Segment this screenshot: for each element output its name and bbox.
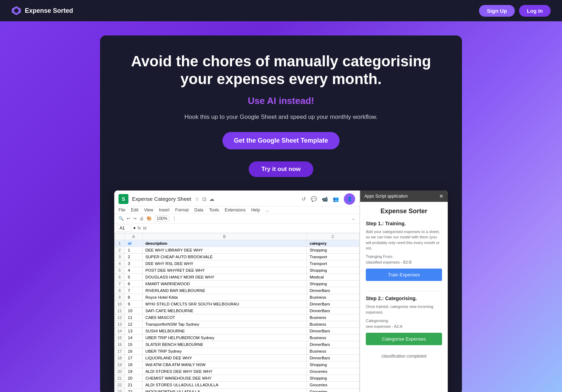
cell-id[interactable]: 20 [125,375,142,381]
cell-id[interactable]: 16 [125,348,142,354]
table-row: 1211CABS MASCOTBusiness [115,314,359,321]
redo-icon[interactable]: ↪ [133,216,137,221]
google-sheet-button[interactable]: Get the Google Sheet Template [222,132,340,149]
menu-tools[interactable]: Tools [209,208,219,212]
cell-description[interactable]: UBER TRIP HELPUBERCOM Sydney [142,334,307,341]
cell-id[interactable]: 2 [125,253,142,260]
cell-category[interactable]: DinnerBars [307,327,359,334]
menu-extensions[interactable]: Extensions [225,208,246,212]
cell-description[interactable]: CHEMIST WAREHOUSE DEE WHY [142,375,307,381]
cell-id[interactable]: 5 [125,274,142,280]
cell-id[interactable]: 8 [125,294,142,300]
cell-id[interactable]: 14 [125,334,142,341]
cell-1b[interactable]: description [142,240,307,247]
cell-description[interactable]: MYKI STKLD CMCLTS SKR SOUTH MELBOURAU [142,300,307,307]
signup-button[interactable]: Sign Up [479,5,515,17]
cell-description[interactable]: SAFI CAFE MELBOURNE [142,307,307,314]
cell-description[interactable]: ALDI STORES DEE WHY DEE WHY [142,368,307,375]
apps-script-panel: Apps Script application ✕ Expense Sorter… [360,191,448,392]
cell-ref[interactable]: A1 [117,225,131,232]
cell-id[interactable]: 6 [125,280,142,287]
cell-description[interactable]: DOUGLASS HANLY MOIR DEE WHY [142,274,307,280]
cell-description[interactable]: CABS MASCOT [142,314,307,321]
row-num: 3 [115,253,125,260]
cell-category[interactable]: Shopping [307,361,359,368]
cell-1a[interactable]: id [125,240,142,247]
cell-id[interactable]: 1 [125,247,142,253]
cell-description[interactable]: DEE WHY RSL DEE WHY [142,260,307,267]
cell-category[interactable]: Groceries [307,368,359,375]
cell-category[interactable]: Business [307,334,359,341]
cell-category[interactable]: Business [307,348,359,354]
cell-id[interactable]: 11 [125,314,142,321]
cell-description[interactable]: WOOLWORTHS ULLADULLA [142,388,307,392]
try-button[interactable]: Try it out now [249,161,314,177]
zoom-select[interactable]: 100% [155,215,169,222]
menu-help[interactable]: Help [251,208,260,212]
menu-view[interactable]: View [144,208,153,212]
cell-id[interactable]: 18 [125,361,142,368]
cell-category[interactable]: Transport [307,253,359,260]
cell-description[interactable]: KMART WARRIEWOOD [142,280,307,287]
cell-category[interactable]: DinnerBars [307,354,359,361]
menu-edit[interactable]: Edit [131,208,138,212]
menu-more[interactable]: ... [266,208,269,212]
step2-title: Step 2.: Categorising. [366,296,442,301]
train-expenses-button[interactable]: Train Expenses [366,269,442,281]
cell-description[interactable]: SLATER BENCH MELBOURNE [142,341,307,348]
close-icon[interactable]: ✕ [439,193,443,199]
menu-format[interactable]: Format [175,208,189,212]
cell-category[interactable]: Business [307,294,359,300]
cell-category[interactable]: Transport [307,260,359,267]
cell-id[interactable]: 9 [125,300,142,307]
cell-id[interactable]: 17 [125,354,142,361]
cell-description[interactable]: TransportforNSW Tap Sydney [142,321,307,327]
menu-file[interactable]: File [119,208,125,212]
cell-id[interactable]: 19 [125,368,142,375]
print-icon[interactable]: 🖨 [139,216,144,221]
cell-description[interactable]: POST DEE WHYRET DEE WHY [142,267,307,274]
cell-id[interactable]: 22 [125,388,142,392]
cell-description[interactable]: Wdl ATM CBA ATM MANLY NSW [142,361,307,368]
categorise-expenses-button[interactable]: Categorise Expenses [366,333,442,345]
cell-id[interactable]: 15 [125,341,142,348]
more-icon[interactable]: ⋮ [172,216,176,221]
cell-category[interactable]: Groceries [307,381,359,388]
table-row: 1413SUSHI MELBOURNEDinnerBars [115,327,359,334]
cell-1c[interactable]: category [307,240,359,247]
cell-id[interactable]: 4 [125,267,142,274]
cell-category[interactable]: Shopping [307,247,359,253]
cell-category[interactable]: Business [307,321,359,327]
cell-id[interactable]: 12 [125,321,142,327]
cell-category[interactable]: DinnerBars [307,300,359,307]
menu-insert[interactable]: Insert [159,208,170,212]
cell-description[interactable]: UBER TRIP Sydney [142,348,307,354]
login-button[interactable]: Log In [519,5,551,17]
cell-description[interactable]: SUPER CHEAP AUTO BROOKVALE [142,253,307,260]
cell-category[interactable]: DinnerBars [307,307,359,314]
cell-id[interactable]: 7 [125,287,142,294]
cell-id[interactable]: 13 [125,327,142,334]
cell-category[interactable]: DinnerBars [307,287,359,294]
cell-description[interactable]: Royce Hotel Kilda [142,294,307,300]
panel-body: Expense Sorter Step 1.: Training. Add yo… [360,202,448,364]
cell-description[interactable]: SUSHI MELBOURNE [142,327,307,334]
undo-icon[interactable]: ↩ [127,216,130,221]
cell-id[interactable]: 3 [125,260,142,267]
paint-icon[interactable]: 🎨 [147,216,152,221]
cell-description[interactable]: DEE WHY LIBRARY DEE WHY [142,247,307,253]
cell-category[interactable]: Shopping [307,375,359,381]
cell-category[interactable]: DinnerBars [307,341,359,348]
cell-id[interactable]: 10 [125,307,142,314]
cell-description[interactable]: ALDI STORES ULLADULL ULLADULLA [142,381,307,388]
cell-description[interactable]: RIVERLAND BAR MELBOURNE [142,287,307,294]
cell-category[interactable]: Business [307,314,359,321]
cell-category[interactable]: Shopping [307,267,359,274]
cell-description[interactable]: LIQUORLAND DEE WHY [142,354,307,361]
menu-data[interactable]: Data [194,208,203,212]
brand-name: Expense Sorted [25,7,73,15]
cell-id[interactable]: 21 [125,381,142,388]
cell-category[interactable]: Groceries [307,388,359,392]
cell-category[interactable]: Shopping [307,280,359,287]
cell-category[interactable]: Medical [307,274,359,280]
